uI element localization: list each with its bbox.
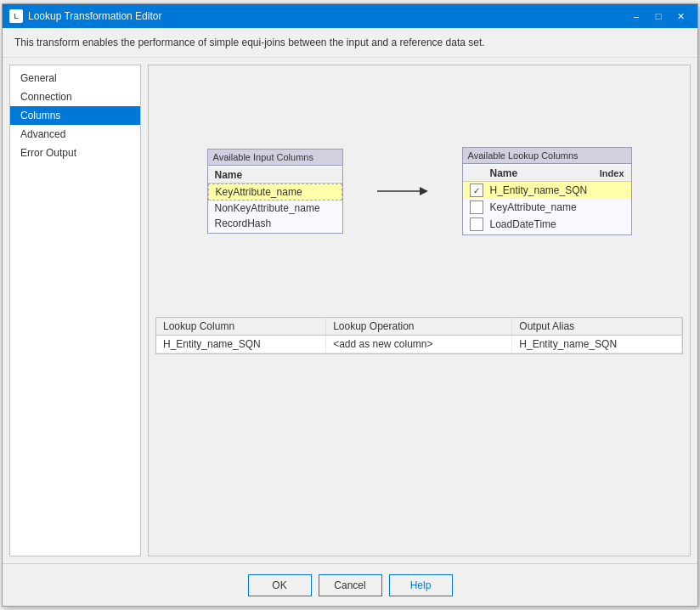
input-col-row-2[interactable]: RecordHash <box>208 216 342 231</box>
main-window: L Lookup Transformation Editor – □ ✕ Thi… <box>2 3 698 607</box>
title-bar-controls: – □ ✕ <box>626 8 691 25</box>
lookup-checkbox-0[interactable] <box>470 184 483 197</box>
sidebar-item-general[interactable]: General <box>10 69 140 88</box>
minimize-button[interactable]: – <box>626 8 646 25</box>
input-col-row-1[interactable]: NonKeyAttribute_name <box>208 201 342 216</box>
cell-output-alias: H_Entity_name_SQN <box>512 336 682 353</box>
description-text: This transform enables the performance o… <box>14 37 485 48</box>
columns-area: Available Input Columns Name KeyAttribut… <box>155 72 683 310</box>
title-bar: L Lookup Transformation Editor – □ ✕ <box>3 4 697 28</box>
table-row[interactable]: H_Entity_name_SQN <add as new column> H_… <box>156 336 682 353</box>
cancel-button[interactable]: Cancel <box>319 574 382 596</box>
ok-button[interactable]: OK <box>248 574 312 596</box>
lookup-col-header-row: Name Index <box>463 166 631 182</box>
lookup-columns-header: Available Lookup Columns <box>463 148 631 164</box>
input-col-header-row: Name <box>208 167 342 184</box>
th-output-alias: Output Alias <box>512 318 682 336</box>
lookup-col-row-1[interactable]: KeyAttribute_name <box>463 199 631 216</box>
sidebar-item-error-output[interactable]: Error Output <box>10 144 140 162</box>
sidebar-item-columns[interactable]: Columns <box>10 106 140 125</box>
window-title: Lookup Transformation Editor <box>28 10 161 22</box>
lookup-columns-box: Available Lookup Columns Name Index H_En… <box>462 147 632 235</box>
th-lookup-column: Lookup Column <box>156 318 326 336</box>
svg-marker-1 <box>420 187 428 195</box>
cell-lookup-operation: <add as new column> <box>326 336 512 353</box>
input-columns-body: Name KeyAttribute_name NonKeyAttribute_n… <box>208 166 342 233</box>
input-columns-box: Available Input Columns Name KeyAttribut… <box>207 149 343 234</box>
input-columns-header: Available Input Columns <box>208 150 342 166</box>
lookup-col-row-2[interactable]: LoadDateTime <box>463 216 631 233</box>
lookup-columns-body: Name Index H_Entity_name_SQN KeyAttribut… <box>463 164 631 234</box>
lookup-table-header-row: Lookup Column Lookup Operation Output Al… <box>156 318 682 336</box>
sidebar-item-advanced[interactable]: Advanced <box>10 125 140 144</box>
lookup-table-area: Lookup Column Lookup Operation Output Al… <box>155 317 683 354</box>
lookup-checkbox-1[interactable] <box>470 201 483 214</box>
arrow-svg <box>377 166 428 217</box>
th-lookup-operation: Lookup Operation <box>326 318 512 336</box>
input-col-row-0[interactable]: KeyAttribute_name <box>208 184 342 201</box>
window-icon: L <box>9 9 23 23</box>
lookup-checkbox-2[interactable] <box>470 217 483 231</box>
cell-lookup-column: H_Entity_name_SQN <box>156 336 326 353</box>
panel: Available Input Columns Name KeyAttribut… <box>148 65 691 556</box>
join-arrow <box>377 166 428 217</box>
lookup-col-row-0[interactable]: H_Entity_name_SQN <box>463 182 631 199</box>
title-bar-left: L Lookup Transformation Editor <box>9 9 161 23</box>
main-content: General Connection Columns Advanced Erro… <box>3 58 697 563</box>
bottom-bar: OK Cancel Help <box>3 563 697 606</box>
maximize-button[interactable]: □ <box>648 8 669 25</box>
lookup-table: Lookup Column Lookup Operation Output Al… <box>156 318 682 353</box>
sidebar-item-connection[interactable]: Connection <box>10 88 140 106</box>
close-button[interactable]: ✕ <box>670 8 691 25</box>
sidebar: General Connection Columns Advanced Erro… <box>9 65 141 556</box>
help-button[interactable]: Help <box>389 574 453 596</box>
description-bar: This transform enables the performance o… <box>3 28 697 58</box>
